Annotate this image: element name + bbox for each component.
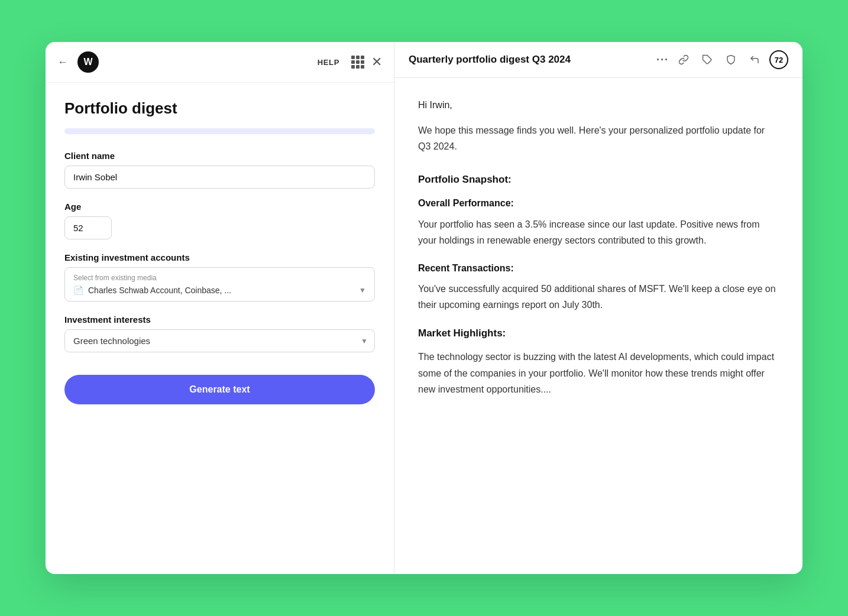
left-content: Portfolio digest Client name Age Existin… — [46, 83, 394, 574]
investment-accounts-value: Charles Schwab Account, Coinbase, ... — [88, 286, 354, 295]
panel-title: Portfolio digest — [64, 99, 375, 118]
age-input[interactable] — [64, 216, 112, 239]
investment-accounts-label: Existing investment accounts — [64, 252, 375, 262]
word-count-circle[interactable]: 72 — [769, 50, 788, 69]
help-button[interactable]: HELP — [313, 56, 344, 69]
investment-accounts-field-group: Existing investment accounts Select from… — [64, 252, 375, 301]
intro-text: We hope this message finds you well. Her… — [418, 122, 779, 154]
close-icon[interactable]: ✕ — [371, 56, 382, 69]
portfolio-snapshot-section: Portfolio Snapshot: Overall Performance:… — [418, 171, 779, 248]
chevron-down-icon: ▼ — [359, 286, 366, 294]
left-header: ← W HELP ✕ — [46, 42, 394, 83]
right-panel: Quarterly portfolio digest Q3 2024 ··· — [394, 42, 802, 574]
header-actions: ··· — [656, 50, 788, 69]
investment-accounts-wrapper[interactable]: Select from existing media 📄 Charles Sch… — [64, 267, 375, 301]
right-header: Quarterly portfolio digest Q3 2024 ··· — [394, 42, 802, 78]
investment-interests-select-wrapper: Green technologies Technology Healthcare… — [64, 329, 375, 352]
age-field-group: Age — [64, 202, 375, 239]
grid-icon[interactable] — [351, 56, 364, 69]
recent-transactions-text: You've successfully acquired 50 addition… — [418, 281, 779, 313]
investment-interests-field-group: Investment interests Green technologies … — [64, 315, 375, 352]
market-highlights-text: The technology sector is buzzing with th… — [418, 349, 779, 397]
word-count: 72 — [775, 56, 783, 64]
document-title: Quarterly portfolio digest Q3 2024 — [409, 54, 649, 66]
client-name-input[interactable] — [64, 166, 375, 189]
generate-text-button[interactable]: Generate text — [64, 375, 375, 404]
select-row: 📄 Charles Schwab Account, Coinbase, ... … — [73, 286, 366, 295]
shield-icon[interactable] — [722, 51, 740, 69]
overall-performance-title: Overall Performance: — [418, 195, 779, 211]
portfolio-snapshot-title: Portfolio Snapshot: — [418, 171, 779, 189]
market-highlights-section: Market Highlights: The technology sector… — [418, 325, 779, 397]
app-container: ← W HELP ✕ Portfolio digest Client name … — [46, 42, 802, 574]
recent-transactions-title: Recent Transactions: — [418, 260, 779, 276]
document-icon: 📄 — [73, 286, 83, 295]
tag-icon[interactable] — [698, 51, 716, 69]
select-from-label: Select from existing media — [73, 274, 366, 282]
investment-interests-label: Investment interests — [64, 315, 375, 325]
overall-performance-text: Your portfolio has seen a 3.5% increase … — [418, 216, 779, 248]
client-name-label: Client name — [64, 151, 375, 161]
recent-transactions-section: Recent Transactions: You've successfully… — [418, 260, 779, 313]
greeting-text: Hi Irwin, — [418, 97, 779, 113]
right-content: Hi Irwin, We hope this message finds you… — [394, 78, 802, 574]
title-bar-decoration — [64, 128, 375, 134]
client-name-field-group: Client name — [64, 151, 375, 189]
investment-interests-select[interactable]: Green technologies Technology Healthcare… — [64, 329, 375, 352]
link-icon[interactable] — [675, 51, 692, 69]
left-panel: ← W HELP ✕ Portfolio digest Client name … — [46, 42, 394, 574]
age-label: Age — [64, 202, 375, 212]
w-logo[interactable]: W — [77, 51, 99, 73]
market-highlights-title: Market Highlights: — [418, 325, 779, 342]
back-arrow-icon[interactable]: ← — [57, 56, 68, 69]
undo-icon[interactable] — [746, 51, 763, 69]
more-options-icon[interactable]: ··· — [656, 54, 669, 66]
